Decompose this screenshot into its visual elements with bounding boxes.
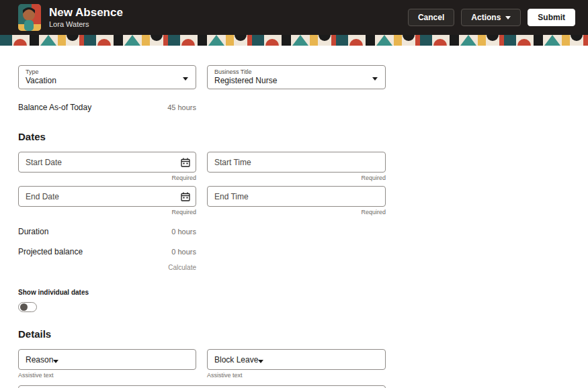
type-select-value: Vacation <box>26 76 189 87</box>
individual-dates-toggle[interactable] <box>18 302 37 312</box>
balance-label: Balance As-of Today <box>18 103 91 112</box>
block-leave-assistive-text: Assistive text <box>207 372 386 379</box>
start-date-field: Required <box>18 152 196 182</box>
details-heading: Details <box>18 328 588 340</box>
individual-dates-label: Show individual dates <box>18 289 588 296</box>
end-date-required: Required <box>18 209 196 216</box>
end-date-field: Required <box>18 186 196 216</box>
block-leave-select[interactable]: Block Leave <box>207 349 386 370</box>
reason-select[interactable]: Reason <box>18 349 196 370</box>
end-time-input-wrap <box>207 186 386 207</box>
submit-button[interactable]: Submit <box>528 9 575 26</box>
actions-button-label: Actions <box>471 13 501 22</box>
start-time-required: Required <box>207 175 386 182</box>
duration-label: Duration <box>18 227 48 236</box>
duration-row: Duration 0 hours <box>18 227 196 236</box>
calendar-icon[interactable] <box>181 192 190 201</box>
end-time-field: Required <box>207 186 386 216</box>
calendar-icon[interactable] <box>181 158 190 167</box>
calculate-row: Calculate <box>18 260 196 273</box>
actions-button[interactable]: Actions <box>461 9 521 26</box>
chevron-down-icon <box>505 16 511 19</box>
cancel-button[interactable]: Cancel <box>408 9 454 26</box>
individual-dates-section: Show individual dates <box>18 289 588 312</box>
duration-value: 0 hours <box>171 228 196 236</box>
balance-row: Balance As-of Today 45 hours <box>18 103 196 112</box>
start-date-input-wrap <box>18 152 196 173</box>
business-title-select-label: Business Title <box>214 68 378 76</box>
avatar <box>18 4 41 31</box>
end-date-input-wrap <box>18 186 196 207</box>
chevron-wrap <box>53 354 58 366</box>
chevron-wrap <box>258 354 263 366</box>
start-time-input-wrap <box>207 152 386 173</box>
start-date-required: Required <box>18 175 196 182</box>
business-title-select[interactable]: Business Title Registered Nurse <box>207 65 386 89</box>
start-time-field: Required <box>207 152 386 182</box>
dates-heading: Dates <box>18 131 588 142</box>
end-time-required: Required <box>207 209 386 216</box>
header-actions: Cancel Actions Submit <box>408 9 575 26</box>
business-title-select-value: Registered Nurse <box>214 76 378 87</box>
projected-balance-value: 0 hours <box>171 248 196 256</box>
page-subtitle: Lora Waters <box>49 20 123 28</box>
reason-field: Reason Assistive text <box>18 349 196 379</box>
type-row: Type Vacation Business Title Registered … <box>18 65 588 89</box>
start-time-input[interactable] <box>207 152 386 173</box>
reason-select-value: Reason <box>26 355 53 365</box>
type-select[interactable]: Type Vacation <box>18 65 196 89</box>
reason-assistive-text: Assistive text <box>18 372 196 379</box>
chevron-down-icon <box>183 77 188 81</box>
decorative-banner <box>0 35 588 46</box>
balance-value: 45 hours <box>167 103 196 111</box>
block-leave-select-value: Block Leave <box>214 355 258 365</box>
chevron-wrap <box>183 71 188 83</box>
projected-balance-row: Projected balance 0 hours <box>18 247 196 256</box>
toggle-knob <box>20 303 28 311</box>
end-time-input[interactable] <box>207 186 386 207</box>
chevron-down-icon <box>258 360 263 363</box>
block-leave-field: Block Leave Assistive text <box>207 349 386 379</box>
chevron-wrap <box>372 71 378 83</box>
end-date-input[interactable] <box>18 186 196 207</box>
start-date-input[interactable] <box>18 152 196 173</box>
end-row: Required Required <box>18 186 588 216</box>
submit-button-label: Submit <box>538 13 565 22</box>
projected-balance-label: Projected balance <box>18 247 83 256</box>
calculate-link[interactable]: Calculate <box>168 264 196 271</box>
start-row: Required Required <box>18 152 588 182</box>
details-row: Reason Assistive text Block Leave Assist… <box>18 349 588 379</box>
cancel-button-label: Cancel <box>418 13 444 22</box>
type-select-label: Type <box>26 68 189 76</box>
absence-form: Type Vacation Business Title Registered … <box>0 46 588 388</box>
chevron-down-icon <box>53 360 58 363</box>
chevron-down-icon <box>372 77 378 81</box>
comments-textarea[interactable]: Comments <box>18 385 386 388</box>
header-titles: New Absence Lora Waters <box>49 7 123 29</box>
app-header: New Absence Lora Waters Cancel Actions S… <box>0 0 588 35</box>
page-title: New Absence <box>49 7 123 19</box>
